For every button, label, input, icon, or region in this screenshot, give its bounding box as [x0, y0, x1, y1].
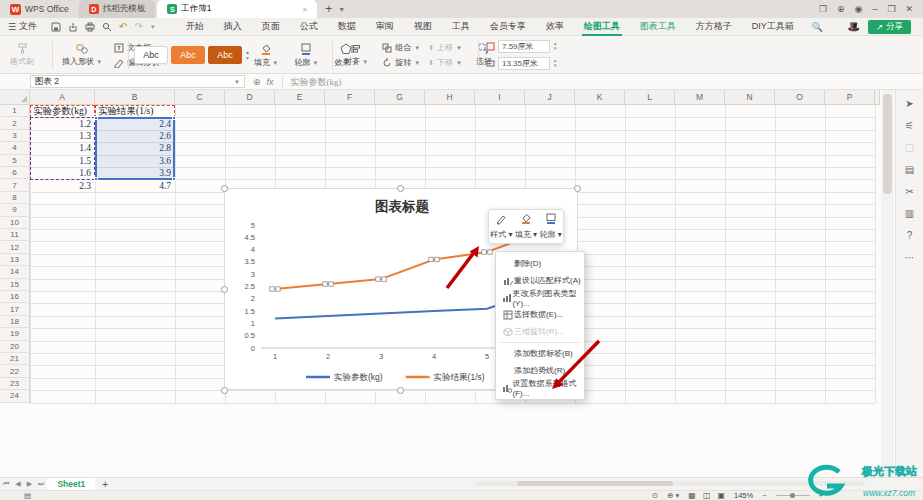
cell-a4[interactable]: 1.4 — [33, 142, 91, 154]
more-icon[interactable]: ⋯ — [905, 252, 915, 263]
row-header-4[interactable]: 4 — [0, 142, 30, 154]
cell-a3[interactable]: 1.3 — [33, 130, 91, 142]
next-sheet-icon[interactable]: ▶ — [24, 480, 35, 488]
column-header-N[interactable]: N — [725, 90, 775, 105]
row-header-3[interactable]: 3 — [0, 130, 30, 142]
width-stepper[interactable]: ▲▼ — [553, 59, 557, 68]
format-painter-button[interactable]: 格式刷 — [4, 37, 40, 73]
menu-tab-插入[interactable]: 插入 — [214, 18, 252, 36]
zoom-out-icon[interactable]: − — [762, 491, 766, 500]
column-header-E[interactable]: E — [275, 90, 325, 105]
row-header-2[interactable]: 2 — [0, 117, 30, 129]
zoom-slider[interactable] — [776, 495, 810, 496]
preview-icon[interactable] — [102, 22, 112, 32]
horizontal-scrollbar[interactable] — [475, 481, 865, 486]
row-header-23[interactable]: 23 — [0, 378, 30, 390]
chart-selection-handle[interactable] — [221, 387, 228, 394]
name-box[interactable]: 图表 2 ▼ — [30, 75, 245, 88]
row-header-8[interactable]: 8 — [0, 192, 30, 204]
row-header-19[interactable]: 19 — [0, 328, 30, 340]
save-icon[interactable] — [51, 22, 61, 32]
context-menu-item-添加趋势线R[interactable]: 添加趋势线(R)... — [496, 362, 584, 379]
row-header-20[interactable]: 20 — [0, 341, 30, 353]
mini-toolbar-轮廓[interactable]: 轮廓 ▾ — [538, 210, 563, 243]
context-menu-item-更改系列图表类型Y[interactable]: 更改系列图表类型(Y)... — [496, 289, 584, 306]
bring-forward-button[interactable]: ⬆ 上移 ▼ — [428, 42, 462, 53]
column-header-L[interactable]: L — [625, 90, 675, 105]
menu-tab-视图[interactable]: 视图 — [404, 18, 442, 36]
row-header-10[interactable]: 10 — [0, 217, 30, 229]
row-header-17[interactable]: 17 — [0, 303, 30, 315]
row-header-1[interactable]: 1 — [0, 105, 30, 117]
zoom-formula-icon[interactable]: ⊕ — [253, 77, 261, 87]
first-sheet-icon[interactable]: ⏮ — [0, 480, 12, 488]
adjust-icon[interactable]: ⚟ — [905, 120, 914, 131]
menu-tab-图表工具[interactable]: 图表工具 — [630, 18, 686, 36]
row-header-5[interactable]: 5 — [0, 155, 30, 167]
cell-b1[interactable]: 实验结果(1/s) — [98, 105, 173, 117]
row-header-16[interactable]: 16 — [0, 291, 30, 303]
cell-b4[interactable]: 2.8 — [98, 142, 171, 154]
cell-b5[interactable]: 3.6 — [98, 155, 171, 167]
menu-tab-绘图工具[interactable]: 绘图工具 — [574, 18, 630, 36]
shape-style-orange[interactable]: Abc — [171, 46, 205, 64]
column-header-D[interactable]: D — [225, 90, 275, 105]
menu-tab-工具[interactable]: 工具 — [442, 18, 480, 36]
accessibility-icon[interactable]: ▤ — [0, 491, 31, 500]
doc-tab-docer[interactable]: D 找稻壳模板 — [79, 0, 156, 18]
book-icon[interactable]: ▥ — [905, 208, 914, 219]
cell-a1[interactable]: 实验参数(kg) — [33, 105, 93, 117]
app-logo[interactable]: W WPS Office — [0, 0, 79, 18]
menu-tab-审阅[interactable]: 审阅 — [366, 18, 404, 36]
cell-b2[interactable]: 2.4 — [98, 117, 171, 129]
minimize-icon[interactable]: – — [872, 4, 877, 14]
zoom-in-icon[interactable]: + — [819, 491, 823, 500]
horizontal-scrollbar-thumb[interactable] — [517, 481, 673, 486]
zoom-level[interactable]: 145% — [734, 491, 753, 500]
width-field[interactable]: 13.35厘米 — [498, 57, 550, 70]
rotate-button[interactable]: 旋转 ▼ — [382, 57, 420, 68]
image-icon[interactable]: ▤ — [905, 164, 914, 175]
column-header-O[interactable]: O — [775, 90, 825, 105]
column-header-F[interactable]: F — [325, 90, 375, 105]
shape-style-plain[interactable]: Abc — [134, 46, 168, 64]
shape-fill-button[interactable]: 填充 ▼ — [248, 37, 284, 73]
tab-list-dropdown-icon[interactable]: ▼ — [338, 6, 345, 13]
chart-selection-handle[interactable] — [221, 185, 228, 192]
menu-tab-会员专享[interactable]: 会员专享 — [480, 18, 536, 36]
menu-tab-方方格子[interactable]: 方方格子 — [686, 18, 742, 36]
maximize-icon[interactable]: ❒ — [887, 4, 895, 14]
column-header-J[interactable]: J — [525, 90, 575, 105]
cell-a7[interactable]: 2.3 — [33, 179, 91, 191]
column-header-I[interactable]: I — [475, 90, 525, 105]
column-header-A[interactable]: A — [30, 90, 95, 105]
chart-selection-handle[interactable] — [397, 185, 404, 192]
pin-icon[interactable]: ❐ — [819, 4, 827, 14]
row-header-24[interactable]: 24 — [0, 390, 30, 402]
fx-icon[interactable]: fx — [267, 77, 274, 87]
select-all-corner[interactable] — [0, 90, 30, 105]
shape-icon[interactable]: ▢ — [905, 142, 914, 153]
column-header-M[interactable]: M — [675, 90, 725, 105]
cell-b6[interactable]: 3.9 — [98, 167, 171, 179]
chart-selection-handle[interactable] — [397, 387, 404, 394]
qat-dropdown-icon[interactable]: ▼ — [150, 24, 156, 30]
context-menu-item-重设以匹配样式A[interactable]: 重设以匹配样式(A) — [496, 272, 584, 289]
vertical-scrollbar[interactable] — [881, 90, 894, 477]
column-header-G[interactable]: G — [375, 90, 425, 105]
cell-b3[interactable]: 2.6 — [98, 130, 171, 142]
vertical-scrollbar-thumb[interactable] — [883, 94, 892, 194]
group-button[interactable]: 组合 ▼ — [382, 42, 420, 53]
last-sheet-icon[interactable]: ⏭ — [35, 480, 47, 488]
cell-a2[interactable]: 1.2 — [33, 117, 91, 129]
shape-outline-button[interactable]: 轮廓 ▼ — [288, 37, 324, 73]
search-icon[interactable]: 🔍 — [804, 22, 831, 32]
row-header-7[interactable]: 7 — [0, 179, 30, 191]
menu-tab-数据[interactable]: 数据 — [328, 18, 366, 36]
user-icon[interactable]: ◉ — [855, 4, 863, 14]
new-tab-button[interactable]: + — [319, 2, 338, 16]
chart-selection-handle[interactable] — [221, 286, 228, 293]
share-button[interactable]: ↗ 分享 — [868, 20, 911, 34]
insert-shape-button[interactable]: 插入形状 ▼ — [56, 37, 108, 73]
shape-style-dark-orange[interactable]: Abc — [208, 46, 242, 64]
